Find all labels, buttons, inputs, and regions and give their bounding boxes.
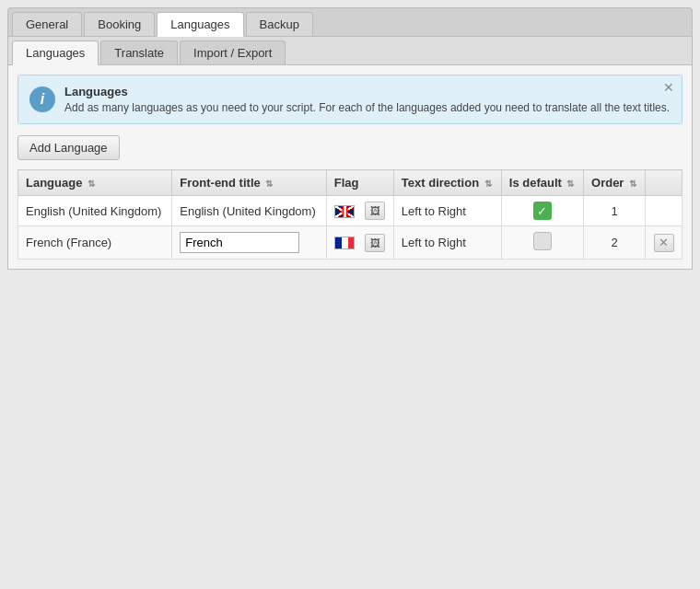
info-text: Languages Add as many languages as you n… [64,85,670,114]
sub-tabs: Languages Translate Import / Export [8,37,692,65]
sub-tab-languages[interactable]: Languages [12,40,99,65]
cell-order-fr: 2 [584,226,646,260]
info-close-button[interactable]: ✕ [663,81,674,94]
sub-tab-import-export[interactable]: Import / Export [180,40,286,64]
info-body: Add as many languages as you need to you… [64,101,670,114]
table-row: English (United Kingdom) English (United… [18,196,682,226]
outer-container: General Booking Languages Backup Languag… [0,0,700,589]
cell-flag-fr: 🖼 [326,226,393,260]
info-box: i Languages Add as many languages as you… [18,75,682,124]
cell-is-default-fr [501,226,583,260]
cell-language-fr: French (France) [18,226,172,260]
add-language-button[interactable]: Add Language [18,135,120,160]
info-icon: i [29,87,55,112]
sub-tab-translate[interactable]: Translate [100,40,178,64]
cell-language-en: English (United Kingdom) [18,196,172,226]
flag-fr-blue [335,237,342,248]
flag-fr-icon [334,237,355,249]
sort-text-direction-icon[interactable]: ⇅ [484,179,492,189]
cell-text-direction-en: Left to Right [393,196,501,226]
col-header-frontend-title: Front-end title ⇅ [172,170,326,196]
sort-language-icon[interactable]: ⇅ [88,179,95,189]
cell-actions-en [646,196,682,226]
info-title: Languages [64,85,670,98]
col-header-actions [646,170,682,196]
cell-flag-en: 🖼 [326,196,393,226]
languages-table: Language ⇅ Front-end title ⇅ Flag Text d… [18,169,682,260]
cell-order-en: 1 [584,196,646,226]
tab-booking[interactable]: Booking [84,12,155,36]
sort-frontend-title-icon[interactable]: ⇅ [265,179,273,189]
top-panel: Languages Translate Import / Export i La… [7,36,693,270]
is-default-unchecked-icon[interactable] [533,232,552,250]
delete-fr-button[interactable]: ✕ [654,234,674,252]
col-header-order: Order ⇅ [584,170,646,196]
cell-actions-fr: ✕ [646,226,682,260]
sort-order-icon[interactable]: ⇅ [629,179,636,189]
cell-is-default-en: ✓ [501,196,583,226]
col-header-text-direction: Text direction ⇅ [393,170,501,196]
tab-backup[interactable]: Backup [246,12,313,36]
flag-fr-white [342,237,348,248]
col-header-is-default: Is default ⇅ [501,170,583,196]
panel-content: i Languages Add as many languages as you… [8,65,692,269]
upload-flag-en-button[interactable]: 🖼 [365,202,385,220]
is-default-checked-icon[interactable]: ✓ [533,202,552,220]
cell-frontend-title-fr[interactable] [172,226,326,260]
col-header-language: Language ⇅ [18,170,172,196]
flag-fr-red [348,237,355,248]
cell-text-direction-fr: Left to Right [393,226,501,260]
tab-languages[interactable]: Languages [157,12,243,37]
col-header-flag: Flag [326,170,393,196]
tab-general[interactable]: General [12,12,82,36]
upload-flag-fr-button[interactable]: 🖼 [365,234,385,252]
cell-frontend-title-en: English (United Kingdom) [172,196,326,226]
frontend-title-input-fr[interactable] [180,232,299,253]
table-row: French (France) 🖼 [18,226,682,260]
top-tabs: General Booking Languages Backup [7,7,693,36]
flag-uk-icon [334,205,355,218]
sort-is-default-icon[interactable]: ⇅ [566,179,574,189]
